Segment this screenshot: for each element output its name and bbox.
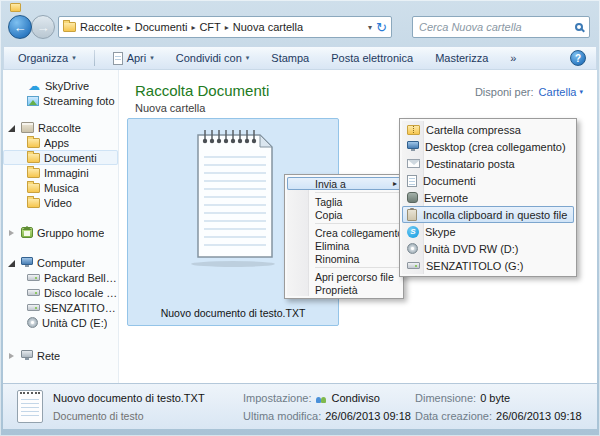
skype-letter: S [410,227,415,236]
breadcrumb-separator-icon[interactable]: ▸ [225,23,229,32]
search-input[interactable] [419,21,575,33]
sidebar-item-senzatitolo-g[interactable]: SENZATITOLO (G:) [3,300,118,315]
menu-item-label: Destinatario posta [426,158,515,170]
titlebar[interactable] [0,0,600,14]
sidebar-item-gruppo-home[interactable]: Gruppo home [3,225,118,240]
toolbar-separator [94,50,95,66]
menu-item-apri-percorso-file[interactable]: Apri percorso file [287,270,401,283]
sidebar-item-documenti[interactable]: Documenti [3,150,118,165]
current-folder-name: Nuova cartella [135,102,205,114]
dvd-drive-icon [407,243,418,254]
organizza-label: Organizza [18,52,68,64]
help-button[interactable]: ? [570,50,586,66]
command-toolbar: Organizza ▾ Apri ▾ Condividi con ▾ Stamp… [3,46,597,70]
sidebar-item-video[interactable]: Video [3,195,118,210]
sidebar-item-musica[interactable]: Musica [3,180,118,195]
menu-item-proprieta[interactable]: Proprietà [287,283,401,296]
arrange-by-control: Disponi per: Cartella ▾ [475,86,583,98]
menu-item-rinomina[interactable]: Rinomina [287,252,401,265]
sidebar-item-raccolte[interactable]: Raccolte [3,120,118,135]
folder-icon [27,183,40,193]
arrange-by-dropdown[interactable]: Cartella ▾ [539,86,583,98]
mail-icon [407,159,420,168]
folder-icon [27,198,40,208]
posta-elettronica-button[interactable]: Posta elettronica [327,48,417,68]
search-icon[interactable] [575,23,583,31]
libraries-icon [21,122,34,133]
sendto-item-skype[interactable]: S Skype [402,223,574,240]
sendto-item-evernote[interactable]: Evernote [402,189,574,206]
created-label: Data creazione: [415,410,492,422]
breadcrumb-segment-documenti[interactable]: Documenti [135,21,188,33]
file-name-label: Nuovo documento di testo.TXT [161,307,306,319]
sidebar-item-disco-locale-d[interactable]: Disco locale (D:) [3,285,118,300]
address-bar[interactable]: Raccolte ▸ Documenti ▸ CFT ▸ Nuova carte… [58,16,392,38]
sidebar-item-label: Raccolte [38,122,81,134]
menu-item-label: Cartella compressa [426,124,521,136]
stampa-button[interactable]: Stampa [267,48,313,68]
modified-label: Ultima modifica: [243,410,321,422]
text-file-icon [178,119,288,269]
menu-item-elimina[interactable]: Elimina [287,239,401,252]
sidebar-item-immagini[interactable]: Immagini [3,165,118,180]
sendto-item-desktop[interactable]: Desktop (crea collegamento) [402,138,574,155]
sidebar-item-computer[interactable]: Computer [3,255,118,270]
sidebar-item-skydrive[interactable]: ☁ SkyDrive [3,78,118,93]
window-icon [10,3,21,12]
sendto-item-unita-dvd-rw-d[interactable]: Unità DVD RW (D:) [402,240,574,257]
menu-item-label: Elimina [315,240,349,252]
sidebar-item-unita-cd-e[interactable]: Unità CD (E:) [3,315,118,330]
desktop-icon [407,141,419,149]
menu-item-invia-a[interactable]: Invia a ▸ [287,177,401,190]
condividi-con-button[interactable]: Condividi con ▾ [172,48,254,68]
sidebar-item-packard-bell-c[interactable]: Packard Bell (C:) [3,270,118,285]
menu-item-label: Incolla clipboard in questo file [423,209,567,221]
usb-drive-icon [407,262,420,269]
dropdown-arrow-icon: ▾ [246,54,250,62]
breadcrumb-segment-cft[interactable]: CFT [199,21,220,33]
back-button[interactable]: ← [8,15,32,39]
menu-item-label: Rinomina [315,253,359,265]
homegroup-icon [21,227,33,238]
organizza-button[interactable]: Organizza ▾ [14,48,80,68]
sendto-item-senzatitolo-g[interactable]: SENZATITOLO (G:) [402,257,574,274]
toolbar-overflow-button[interactable]: » [506,48,520,68]
details-right-column: Dimensione: 0 byte Data creazione: 26/06… [415,391,582,423]
expander-closed-icon[interactable] [7,228,17,238]
breadcrumb-separator-icon[interactable]: ▸ [127,23,131,32]
sidebar-item-rete[interactable]: Rete [3,348,118,363]
submenu-arrow-icon: ▸ [393,178,397,190]
sendto-item-incolla-clipboard[interactable]: Incolla clipboard in questo file [402,206,574,223]
sidebar-item-streaming-foto[interactable]: Streaming foto [3,93,118,108]
menu-item-crea-collegamento[interactable]: Crea collegamento [287,226,401,239]
stampa-label: Stampa [271,52,309,64]
sidebar-item-label: Immagini [44,167,89,179]
apri-button[interactable]: Apri ▾ [109,48,158,68]
address-history-dropdown-icon[interactable]: ▾ [368,23,372,32]
search-box[interactable] [412,16,590,38]
expander-closed-icon[interactable] [7,351,17,361]
modified-value: 26/06/2013 09:18 [325,410,411,422]
skydrive-cloud-icon: ☁ [27,80,41,92]
sendto-item-documenti[interactable]: Documenti [402,172,574,189]
expander-open-icon[interactable] [7,123,17,133]
sendto-item-destinatario-posta[interactable]: Destinatario posta [402,155,574,172]
menu-item-copia[interactable]: Copia [287,208,401,221]
expander-open-icon[interactable] [7,258,17,268]
forward-button[interactable]: → [31,15,55,39]
document-icon [407,175,417,187]
breadcrumb-segment-raccolte[interactable]: Raccolte [80,21,123,33]
sidebar-item-apps[interactable]: Apps [3,135,118,150]
refresh-icon[interactable]: ↻ [376,21,387,34]
masterizza-button[interactable]: Masterizza [431,48,492,68]
back-arrow-icon: ← [14,20,27,35]
menu-item-label: SENZATITOLO (G:) [426,260,523,272]
breadcrumb-separator-icon[interactable]: ▸ [191,23,195,32]
setting-value: Condiviso [331,392,379,404]
menu-item-taglia[interactable]: Taglia [287,195,401,208]
sendto-item-cartella-compressa[interactable]: Cartella compressa [402,121,574,138]
breadcrumb-segment-nuova-cartella[interactable]: Nuova cartella [233,21,303,33]
details-filename: Nuovo documento di testo.TXT [53,392,205,404]
size-label: Dimensione: [415,392,476,404]
forward-arrow-icon: → [37,20,50,35]
